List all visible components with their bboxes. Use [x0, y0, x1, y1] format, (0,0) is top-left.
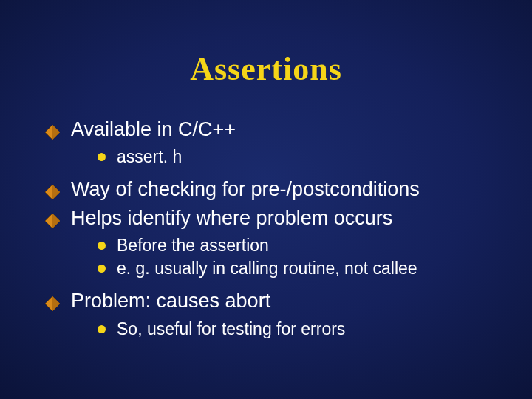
sub-bullet-item: e. g. usually in calling routine, not ca… [71, 257, 488, 280]
diamond-bullet-icon [44, 180, 61, 197]
diamond-bullet-icon [44, 120, 61, 137]
sub-list: assert. h [71, 146, 488, 168]
sub-list: So, useful for testing for errors [71, 318, 488, 341]
sub-bullet-text: Before the assertion [117, 236, 269, 255]
diamond-bullet-icon [44, 209, 61, 225]
sub-bullet-text: assert. h [117, 147, 182, 166]
bullet-item: Available in C/C++ assert. h [44, 116, 488, 168]
bullet-text: Helps identify where problem occurs [71, 207, 392, 229]
dot-bullet-icon [98, 242, 106, 250]
dot-bullet-icon [98, 265, 106, 273]
bullet-item: Way of checking for pre-/postconditions [44, 176, 488, 202]
bullet-text: Problem: causes abort [71, 290, 270, 312]
diamond-bullet-icon [44, 292, 61, 308]
sub-bullet-text: e. g. usually in calling routine, not ca… [117, 259, 417, 278]
sub-list: Before the assertion e. g. usually in ca… [71, 234, 488, 280]
dot-bullet-icon [98, 153, 106, 161]
slide: Assertions Available in C/C++ assert. h … [0, 0, 532, 399]
bullet-item: Problem: causes abort So, useful for tes… [44, 287, 488, 340]
sub-bullet-item: assert. h [71, 146, 488, 168]
bullet-item: Helps identify where problem occurs Befo… [44, 205, 488, 281]
bullet-text: Way of checking for pre-/postconditions [71, 178, 420, 200]
bullet-text: Available in C/C++ [71, 118, 236, 140]
slide-title: Assertions [44, 50, 488, 88]
sub-bullet-text: So, useful for testing for errors [117, 319, 345, 338]
bullet-list: Available in C/C++ assert. h Way of chec… [44, 116, 488, 341]
dot-bullet-icon [98, 325, 106, 333]
sub-bullet-item: Before the assertion [71, 234, 488, 257]
sub-bullet-item: So, useful for testing for errors [71, 318, 488, 341]
